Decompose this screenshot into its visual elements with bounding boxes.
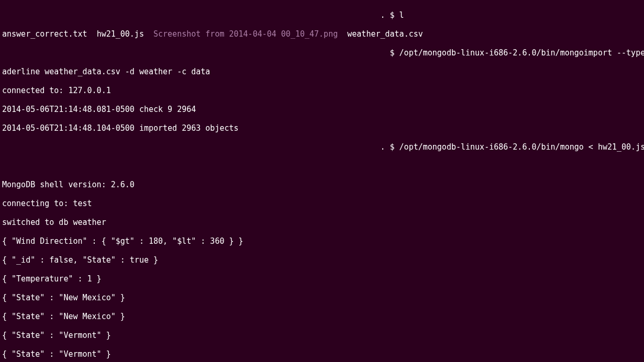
output-line: 2014-05-06T21:14:48.104-0500 imported 29… [2, 123, 644, 133]
file-name: answer_correct.txt [2, 29, 87, 39]
output-line: { "State" : "New Mexico" } [2, 312, 644, 321]
file-name-image: Screenshot from 2014-04-04 00_10_47.png [153, 29, 338, 39]
command-line: . $ /opt/mongodb-linux-i686-2.6.0/bin/mo… [2, 142, 644, 152]
ls-output: answer_correct.txt hw21_00.js Screenshot… [2, 29, 644, 39]
output-line: 2014-05-06T21:14:48.081-0500 check 9 296… [2, 105, 644, 114]
command-line: $ /opt/mongodb-linux-i686-2.6.0/bin/mong… [2, 48, 644, 58]
output-line: connecting to: test [2, 199, 644, 208]
terminal-window[interactable]: . $ l answer_correct.txt hw21_00.js Scre… [0, 0, 644, 362]
output-line: { "_id" : false, "State" : true } [2, 255, 644, 265]
output-line: { "State" : "New Mexico" } [2, 293, 644, 302]
command-text: aderline weather_data.csv -d weather -c … [2, 67, 210, 76]
output-line: connected to: 127.0.0.1 [2, 86, 644, 95]
file-name: weather_data.csv [347, 29, 423, 39]
output-line: switched to db weather [2, 218, 644, 227]
file-name: hw21_00.js [97, 29, 144, 39]
output-line: { "State" : "Vermont" } [2, 331, 644, 340]
command-text: $ /opt/mongodb-linux-i686-2.6.0/bin/mong… [390, 142, 644, 152]
output-line: MongoDB shell version: 2.6.0 [2, 180, 644, 189]
command-line: . $ l [2, 10, 644, 20]
output-line: { "Temperature" : 1 } [2, 274, 644, 284]
blank-line [2, 161, 644, 171]
output-line: { "State" : "Vermont" } [2, 349, 644, 359]
command-text: $ /opt/mongodb-linux-i686-2.6.0/bin/mong… [390, 48, 644, 58]
command-continuation: aderline weather_data.csv -d weather -c … [2, 67, 644, 76]
output-line: { "Wind Direction" : { "$gt" : 180, "$lt… [2, 236, 644, 246]
command-text: $ l [390, 10, 404, 20]
prompt-prefix: . [2, 10, 390, 20]
